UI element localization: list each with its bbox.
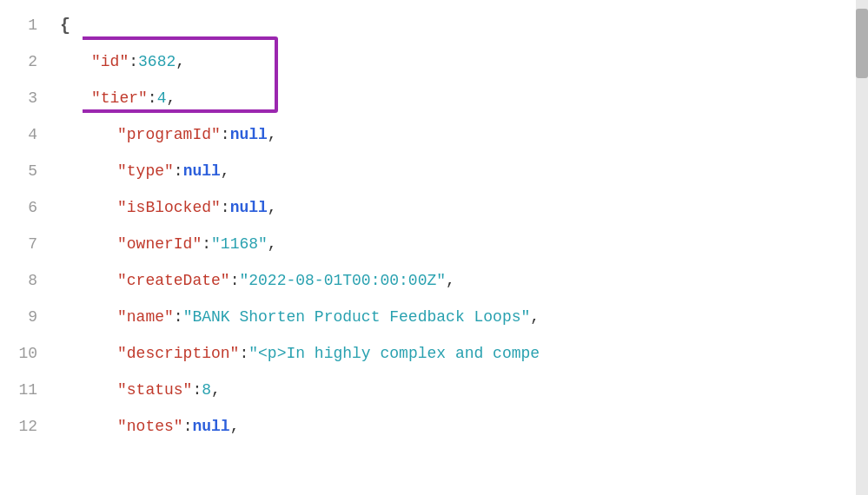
colon-status: : (192, 381, 202, 399)
line-number-11: 11 (0, 372, 48, 408)
value-type: null (183, 162, 221, 180)
code-line-9: "name" : "BANK Shorten Product Feedback … (83, 299, 856, 335)
line-number-5: 5 (0, 153, 48, 189)
colon-type: : (174, 162, 183, 180)
key-id: "id" (91, 53, 129, 70)
comma-status: , (211, 381, 221, 399)
colon-name: : (174, 308, 183, 326)
colon-tier: : (148, 89, 157, 107)
value-id: 3682 (138, 53, 176, 70)
code-line-5: "type" : null , (83, 153, 856, 189)
comma-ownerid: , (268, 235, 277, 253)
key-programid: "programId" (117, 126, 221, 143)
line-number-10: 10 (0, 335, 48, 372)
colon-ownerid: : (202, 235, 211, 253)
comma-createdate: , (446, 272, 455, 289)
code-line-2: "id" : 3682 , (83, 43, 856, 80)
code-line-4: "programId" : null , (83, 116, 856, 153)
value-isblocked: null (230, 199, 268, 216)
colon-notes: : (183, 418, 193, 435)
code-line-7: "ownerId" : "1168" , (83, 226, 856, 262)
key-status: "status" (117, 381, 192, 399)
key-isblocked: "isBlocked" (117, 199, 221, 216)
value-tier: 4 (157, 89, 167, 107)
line-number-8: 8 (0, 262, 48, 299)
value-status: 8 (202, 381, 211, 399)
colon-description: : (239, 345, 248, 362)
comma-type: , (221, 162, 230, 180)
comma-notes: , (230, 418, 240, 435)
line-number-3: 3 (0, 80, 48, 116)
code-line-3: "tier" : 4 , (83, 80, 856, 116)
code-line-12: "notes" : null , (83, 408, 856, 445)
line-number-9: 9 (0, 299, 48, 335)
value-createdate: "2022-08-01T00:00:00Z" (239, 272, 446, 289)
line-number-2: 2 (0, 43, 48, 80)
editor-container: 1 2 3 4 5 6 7 8 9 10 11 12 { (0, 0, 868, 495)
line-number-4: 4 (0, 116, 48, 153)
line-number-7: 7 (0, 226, 48, 262)
code-line-10: "description" : "<p>In highly complex an… (83, 335, 856, 372)
comma-name: , (530, 308, 540, 326)
key-type: "type" (117, 162, 174, 180)
line-number-1: 1 (0, 7, 48, 43)
colon-id: : (129, 53, 138, 70)
gutter-item-1: { (60, 7, 70, 43)
line-number-6: 6 (0, 189, 48, 226)
line-number-12: 12 (0, 408, 48, 445)
key-tier: "tier" (91, 89, 148, 107)
code-line-8: "createDate" : "2022-08-01T00:00:00Z" , (83, 262, 856, 299)
gutter: { (48, 0, 83, 495)
brace-icon: { (60, 16, 70, 36)
code-line-11: "status" : 8 , (83, 372, 856, 408)
value-description: "<p>In highly complex and compe (248, 345, 540, 362)
value-name: "BANK Shorten Product Feedback Loops" (183, 308, 531, 326)
comma-isblocked: , (268, 199, 277, 216)
comma-id: , (176, 53, 185, 70)
key-notes: "notes" (117, 418, 183, 435)
scrollbar-thumb[interactable] (856, 9, 868, 78)
line-numbers: 1 2 3 4 5 6 7 8 9 10 11 12 (0, 0, 48, 495)
colon-isblocked: : (221, 199, 230, 216)
key-ownerid: "ownerId" (117, 235, 202, 253)
code-line-1 (83, 7, 856, 43)
value-notes: null (192, 418, 229, 435)
comma-programid: , (268, 126, 277, 143)
value-ownerid: "1168" (211, 235, 268, 253)
colon-createdate: : (230, 272, 240, 289)
value-programid: null (230, 126, 268, 143)
code-content[interactable]: "id" : 3682 , "tier" : 4 , "programId" :… (83, 0, 856, 495)
key-name: "name" (117, 308, 174, 326)
colon-programid: : (221, 126, 230, 143)
scrollbar[interactable] (856, 0, 868, 495)
key-createdate: "createDate" (117, 272, 230, 289)
key-description: "description" (117, 345, 239, 362)
comma-tier: , (166, 89, 176, 107)
code-line-6: "isBlocked" : null , (83, 189, 856, 226)
